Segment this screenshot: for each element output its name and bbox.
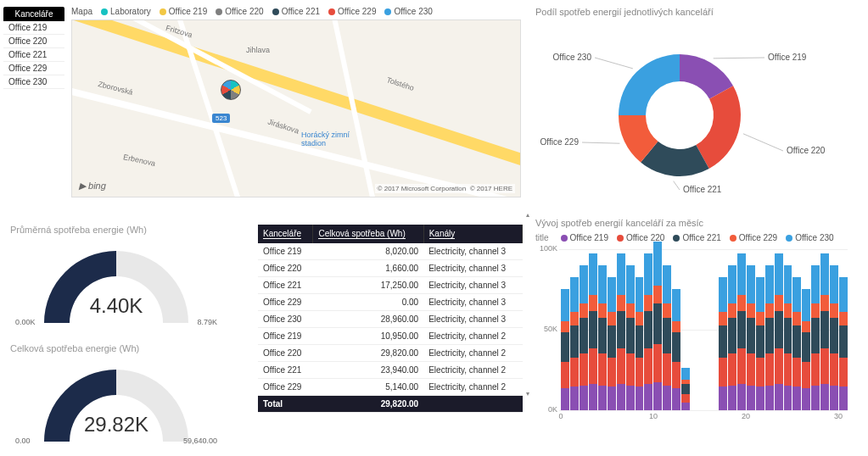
donut-slice[interactable] xyxy=(619,54,680,115)
filter-header[interactable]: Kanceláře xyxy=(3,7,64,21)
bar-column[interactable] xyxy=(747,265,755,410)
bar-segment xyxy=(811,303,820,318)
bar-segment xyxy=(580,353,588,386)
bars-panel: Vývoj spotřeb energií kanceláří za měsíc… xyxy=(530,208,857,456)
bar-segment xyxy=(765,265,774,303)
table-scroll[interactable]: Kanceláře Celková spotřeba (Wh) Kanály O… xyxy=(258,225,523,420)
filter-item[interactable]: Office 221 xyxy=(3,48,64,62)
bar-segment xyxy=(617,348,625,383)
legend-item[interactable]: Office 220 xyxy=(617,233,664,242)
donut-panel: Podíl spotřeb energií jednotlivých kance… xyxy=(530,0,857,208)
bar-segment xyxy=(839,277,848,312)
bar-column[interactable] xyxy=(811,265,820,410)
bar-segment xyxy=(589,348,597,383)
bar-segment xyxy=(644,311,652,349)
bar-column[interactable] xyxy=(663,265,671,410)
table-row[interactable]: Office 21910,950.00Electricity, channel … xyxy=(258,328,523,345)
map-marker-pie[interactable] xyxy=(221,80,241,100)
bar-column[interactable] xyxy=(636,277,644,410)
filter-item[interactable]: Office 229 xyxy=(3,62,64,75)
legend-item[interactable]: Office 229 xyxy=(328,7,376,16)
donut-label: Office 221 xyxy=(683,185,722,194)
bars-chart[interactable]: 0K50K100K 0102030 xyxy=(535,249,849,427)
bar-column[interactable] xyxy=(775,253,783,410)
filter-item[interactable]: Office 220 xyxy=(3,35,64,48)
legend-item[interactable]: Office 221 xyxy=(673,233,720,242)
bar-column[interactable] xyxy=(784,265,792,410)
gauge-avg[interactable]: 4.40K 0.00K 8.79K xyxy=(10,240,222,325)
bar-segment xyxy=(830,303,838,318)
bar-column[interactable] xyxy=(598,265,607,410)
table-row[interactable]: Office 22029,820.00Electricity, channel … xyxy=(258,345,523,362)
table-row[interactable]: Office 2201,660.00Electricity, channel 3 xyxy=(258,260,523,277)
bar-column[interactable] xyxy=(839,277,848,410)
bar-column[interactable] xyxy=(719,277,727,410)
gauge-avg-max: 8.79K xyxy=(197,318,217,326)
legend-item[interactable]: Office 219 xyxy=(160,7,207,16)
legend-item[interactable]: Office 219 xyxy=(561,233,608,242)
table-row[interactable]: Office 2295,140.00Electricity, channel 2 xyxy=(258,379,523,396)
bar-segment xyxy=(663,353,671,386)
bar-column[interactable] xyxy=(802,289,810,410)
filter-item[interactable]: Office 230 xyxy=(3,75,64,89)
legend-item[interactable]: Office 220 xyxy=(216,7,263,16)
bar-segment xyxy=(820,311,829,349)
table-cell: 10,950.00 xyxy=(313,328,423,345)
bar-column[interactable] xyxy=(820,253,829,410)
table-row[interactable]: Office 2198,020.00Electricity, channel 3 xyxy=(258,243,523,260)
legend-label: Office 221 xyxy=(282,7,320,16)
bar-segment xyxy=(626,353,635,386)
legend-label: Office 219 xyxy=(169,7,207,16)
bar-segment xyxy=(681,403,690,410)
bar-column[interactable] xyxy=(792,277,801,410)
svg-line-1 xyxy=(743,134,783,151)
bar-column[interactable] xyxy=(617,253,625,410)
table-row[interactable]: Office 23028,960.00Electricity, channel … xyxy=(258,311,523,328)
bar-column[interactable] xyxy=(681,368,690,410)
bar-segment xyxy=(719,386,727,410)
bar-column[interactable] xyxy=(608,277,616,410)
th-consumption[interactable]: Celková spotřeba (Wh) xyxy=(313,225,423,243)
legend-item[interactable]: Office 221 xyxy=(272,7,320,16)
bar-column[interactable] xyxy=(589,253,597,410)
bar-segment xyxy=(765,303,774,318)
map-canvas[interactable]: Fritzova Jihlava Zborovská Jiráskova Erb… xyxy=(71,19,521,197)
legend-dot-icon xyxy=(384,8,391,15)
filter-item[interactable]: Office 219 xyxy=(3,21,64,35)
bar-column[interactable] xyxy=(765,265,774,410)
bar-segment xyxy=(617,311,625,349)
bar-column[interactable] xyxy=(737,253,746,410)
legend-item[interactable]: Laboratory xyxy=(101,7,151,16)
bar-column[interactable] xyxy=(672,289,680,410)
gauge-total-min: 0.00 xyxy=(15,437,31,445)
bar-column[interactable] xyxy=(728,265,736,410)
office-filter: Kanceláře Office 219Office 220Office 221… xyxy=(0,0,68,208)
table-cell: Office 219 xyxy=(258,328,313,345)
bar-column[interactable] xyxy=(653,242,662,410)
bar-segment xyxy=(728,386,736,410)
gauge-avg-value: 4.40K xyxy=(90,294,143,318)
bar-column[interactable] xyxy=(580,265,588,410)
legend-dot-icon xyxy=(786,235,792,242)
gauge-total[interactable]: 29.82K 0.00 59,640.00 xyxy=(10,359,222,443)
th-channel[interactable]: Kanály xyxy=(423,225,522,243)
bar-column[interactable] xyxy=(756,277,764,410)
bar-column[interactable] xyxy=(626,265,635,410)
table-row[interactable]: Office 22123,940.00Electricity, channel … xyxy=(258,362,523,379)
bar-column[interactable] xyxy=(561,289,569,410)
legend-item[interactable]: Office 230 xyxy=(384,7,432,16)
bar-column[interactable] xyxy=(830,265,838,410)
legend-item[interactable]: Office 230 xyxy=(786,233,833,242)
donut-chart[interactable]: Office 219Office 220Office 221Office 229… xyxy=(535,22,849,200)
donut-slice[interactable] xyxy=(696,86,741,169)
legend-item[interactable]: Office 229 xyxy=(730,233,777,242)
bar-column[interactable] xyxy=(644,253,652,410)
th-office[interactable]: Kanceláře xyxy=(258,225,313,243)
bar-segment xyxy=(737,311,746,349)
table-row[interactable]: Office 22117,250.00Electricity, channel … xyxy=(258,277,523,294)
bar-segment xyxy=(728,265,736,303)
bar-column[interactable] xyxy=(570,277,579,410)
table-row[interactable]: Office 2290.00Electricity, channel 3 xyxy=(258,294,523,311)
bar-segment xyxy=(792,312,801,325)
table-scrollbar[interactable] xyxy=(526,211,535,398)
